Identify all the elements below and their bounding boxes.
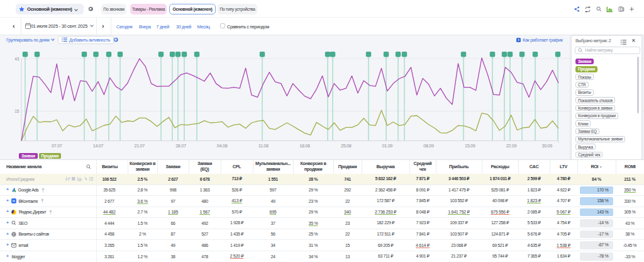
svg-text:18.08: 18.08 [299, 143, 310, 149]
svg-text:11.08: 11.08 [258, 143, 269, 149]
svg-text:28.07: 28.07 [175, 143, 186, 149]
svg-text:43: 43 [14, 57, 19, 61]
svg-text:22.09: 22.09 [506, 143, 517, 149]
svg-text:08.09: 08.09 [423, 143, 434, 149]
svg-text:21.07: 21.07 [134, 143, 145, 149]
svg-text:15.09: 15.09 [465, 143, 475, 149]
svg-text:07.07: 07.07 [52, 143, 62, 149]
svg-text:30.09: 30.09 [542, 143, 553, 149]
svg-text:25.08: 25.08 [341, 143, 352, 149]
svg-text:15: 15 [14, 109, 19, 113]
svg-text:14.07: 14.07 [93, 143, 104, 149]
svg-text:04.08: 04.08 [217, 143, 228, 149]
svg-text:01.09: 01.09 [382, 143, 393, 149]
